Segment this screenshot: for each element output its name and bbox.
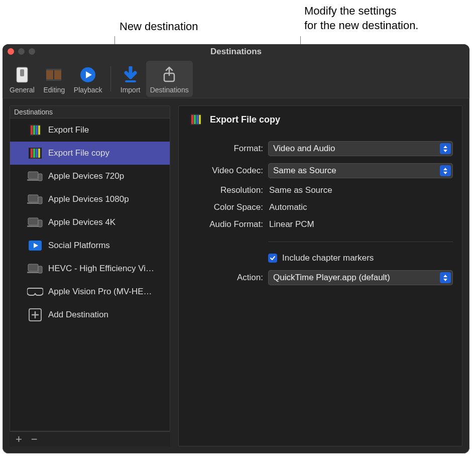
- svg-rect-12: [33, 126, 35, 135]
- video-codec-value: Same as Source: [273, 166, 336, 176]
- add-button[interactable]: +: [16, 434, 22, 445]
- svg-rect-17: [29, 148, 42, 159]
- svg-rect-27: [28, 195, 38, 202]
- destination-label: HEVC - High Efficiency Vi…: [48, 264, 154, 274]
- preferences-window: Destinations General Editing Playback: [3, 44, 469, 453]
- destination-label: Apple Devices 1080p: [48, 194, 129, 204]
- svg-marker-7: [86, 71, 92, 78]
- share-icon: [160, 66, 178, 84]
- svg-rect-35: [28, 264, 38, 271]
- svg-rect-30: [28, 218, 38, 225]
- svg-rect-9: [164, 73, 174, 81]
- destination-apple-1080p[interactable]: Apple Devices 1080p: [10, 188, 170, 211]
- audio-format-value: Linear PCM: [268, 219, 453, 229]
- svg-rect-26: [38, 174, 42, 181]
- close-button[interactable]: [8, 48, 14, 55]
- tab-import[interactable]: Import: [115, 61, 146, 97]
- svg-rect-45: [201, 114, 202, 125]
- destination-hevc[interactable]: HEVC - High Efficiency Vi…: [10, 257, 170, 280]
- tab-editing[interactable]: Editing: [39, 61, 70, 97]
- svg-rect-44: [189, 114, 191, 125]
- svg-marker-48: [443, 168, 447, 170]
- action-label: Action:: [188, 273, 263, 283]
- video-codec-label: Video Codec:: [188, 166, 263, 176]
- svg-marker-47: [443, 150, 447, 152]
- svg-rect-16: [40, 125, 42, 136]
- svg-rect-14: [38, 126, 40, 135]
- destinations-list: Export File Export File copy Apple Devic…: [10, 119, 170, 431]
- svg-rect-22: [29, 148, 30, 159]
- svg-rect-42: [196, 115, 198, 124]
- svg-rect-20: [36, 149, 38, 158]
- svg-rect-36: [27, 272, 39, 273]
- destination-detail-panel: Export File copy Format: Video and Audio…: [178, 105, 462, 446]
- divider: [268, 242, 453, 242]
- tab-label: Playback: [74, 86, 102, 94]
- svg-marker-51: [443, 279, 447, 281]
- resolution-value: Same as Source: [268, 185, 453, 195]
- svg-rect-1: [20, 69, 24, 76]
- svg-rect-18: [31, 149, 33, 158]
- slider-icon: [13, 66, 31, 84]
- resolution-label: Resolution:: [188, 185, 263, 195]
- svg-rect-19: [33, 149, 35, 158]
- tab-label: Import: [121, 86, 141, 94]
- audio-format-label: Audio Format:: [188, 219, 263, 229]
- destination-apple-4k[interactable]: Apple Devices 4K: [10, 211, 170, 234]
- svg-rect-21: [38, 149, 40, 158]
- devices-icon: [27, 216, 43, 229]
- action-select[interactable]: QuickTime Player.app (default): [268, 270, 453, 285]
- svg-rect-15: [29, 125, 30, 136]
- zoom-button[interactable]: [29, 48, 35, 55]
- detail-title: Export File copy: [210, 114, 280, 125]
- svg-rect-32: [38, 220, 42, 227]
- devices-icon: [27, 262, 43, 275]
- svg-marker-46: [443, 146, 447, 148]
- film-icon: [188, 113, 204, 126]
- destination-social-platforms[interactable]: Social Platforms: [10, 234, 170, 257]
- svg-rect-10: [29, 125, 42, 136]
- svg-rect-28: [27, 202, 39, 204]
- callout-modify-settings: Modify the settings for the new destinat…: [304, 4, 418, 33]
- format-value: Video and Audio: [273, 144, 335, 154]
- add-destination[interactable]: Add Destination: [10, 303, 170, 326]
- tab-playback[interactable]: Playback: [70, 61, 106, 97]
- tab-general[interactable]: General: [6, 61, 39, 97]
- sidebar-header: Destinations: [10, 106, 170, 119]
- tab-label: Editing: [43, 86, 65, 94]
- destination-export-file[interactable]: Export File: [10, 119, 170, 142]
- minimize-button[interactable]: [18, 48, 25, 55]
- svg-rect-37: [38, 266, 42, 273]
- destination-apple-720p[interactable]: Apple Devices 720p: [10, 165, 170, 188]
- format-select[interactable]: Video and Audio: [268, 141, 453, 156]
- color-space-value: Automatic: [268, 202, 453, 212]
- format-label: Format:: [188, 144, 263, 154]
- svg-rect-2: [46, 70, 53, 80]
- svg-rect-33: [29, 241, 42, 251]
- filmstrip-icon: [45, 66, 63, 84]
- preferences-toolbar: General Editing Playback Import Destina: [3, 59, 469, 98]
- destinations-sidebar: Destinations Export File Export File cop…: [10, 105, 170, 431]
- svg-rect-39: [189, 114, 202, 125]
- remove-button[interactable]: −: [31, 434, 38, 445]
- video-codec-select[interactable]: Same as Source: [268, 163, 453, 178]
- devices-icon: [27, 170, 43, 183]
- chevron-updown-icon: [440, 165, 451, 176]
- svg-rect-3: [54, 70, 61, 80]
- destination-label: Export File copy: [48, 148, 109, 158]
- destination-vision-pro[interactable]: Apple Vision Pro (MV-HE…: [10, 280, 170, 303]
- destination-export-file-copy[interactable]: Export File copy: [10, 142, 170, 165]
- svg-rect-38: [29, 309, 41, 321]
- svg-marker-49: [443, 172, 447, 174]
- window-titlebar: Destinations: [3, 44, 469, 59]
- svg-rect-31: [27, 225, 39, 227]
- film-icon: [27, 124, 43, 137]
- destination-label: Add Destination: [48, 310, 108, 320]
- svg-rect-25: [27, 179, 39, 181]
- svg-marker-50: [443, 275, 447, 277]
- destination-label: Apple Devices 720p: [48, 171, 124, 181]
- svg-rect-29: [38, 197, 42, 204]
- action-value: QuickTime Player.app (default): [273, 273, 390, 283]
- tab-destinations[interactable]: Destinations: [146, 61, 193, 97]
- include-chapter-markers-checkbox[interactable]: [268, 254, 277, 263]
